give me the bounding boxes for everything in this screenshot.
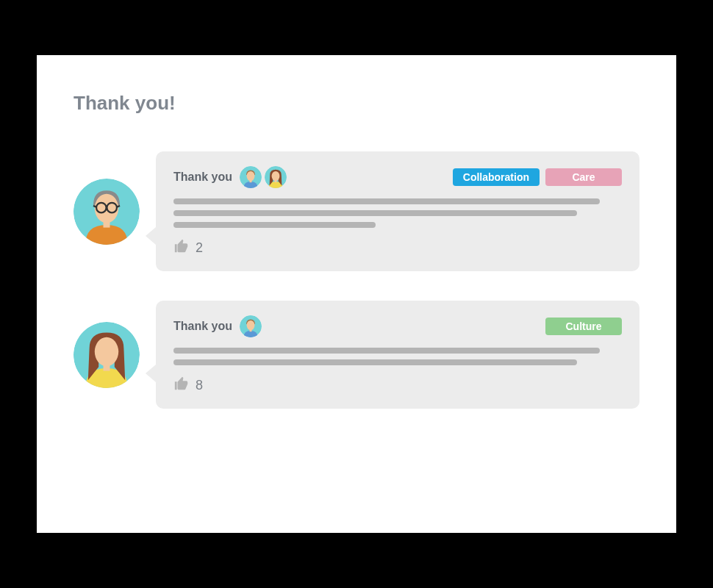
recipient-avatar[interactable]	[240, 315, 262, 337]
thumb-up-icon	[173, 238, 190, 258]
body-line	[173, 198, 600, 204]
like-button[interactable]: 2	[173, 238, 622, 258]
svg-point-12	[247, 171, 255, 181]
post-row: Thank you CollaborationCare2	[74, 151, 639, 271]
feed: Thank you CollaborationCare2	[74, 151, 639, 409]
app-card: Thank you! Thank you	[37, 55, 676, 533]
message-body-placeholder	[173, 198, 622, 228]
tag-group: Culture	[545, 318, 622, 335]
svg-point-16	[272, 171, 280, 181]
tag-care[interactable]: Care	[545, 168, 622, 186]
recipient-avatars	[240, 166, 287, 188]
like-count: 2	[196, 240, 203, 256]
like-count: 8	[196, 378, 203, 393]
thumb-up-icon	[173, 376, 190, 395]
recipient-avatar[interactable]	[265, 166, 287, 188]
tag-collaboration[interactable]: Collaboration	[453, 168, 540, 186]
author-avatar[interactable]	[74, 322, 140, 388]
svg-point-24	[247, 320, 255, 330]
body-line	[173, 348, 600, 354]
body-line	[173, 210, 577, 216]
bubble-header: Thank you CollaborationCare	[173, 166, 622, 188]
thank-you-label: Thank you	[173, 320, 232, 333]
recipient-avatar[interactable]	[240, 166, 262, 188]
message-bubble: Thank you Culture8	[156, 301, 639, 409]
message-bubble: Thank you CollaborationCare2	[156, 151, 639, 271]
recipient-avatars	[240, 315, 262, 337]
svg-point-20	[95, 337, 118, 366]
like-button[interactable]: 8	[173, 376, 622, 395]
body-line	[173, 222, 376, 228]
author-avatar[interactable]	[74, 179, 140, 245]
tag-group: CollaborationCare	[453, 168, 622, 186]
bubble-header: Thank you Culture	[173, 315, 622, 337]
thank-you-label: Thank you	[173, 171, 232, 184]
page-title: Thank you!	[74, 92, 639, 115]
body-line	[173, 359, 577, 365]
tag-culture[interactable]: Culture	[545, 318, 622, 335]
message-body-placeholder	[173, 348, 622, 365]
post-row: Thank you Culture8	[74, 301, 639, 409]
